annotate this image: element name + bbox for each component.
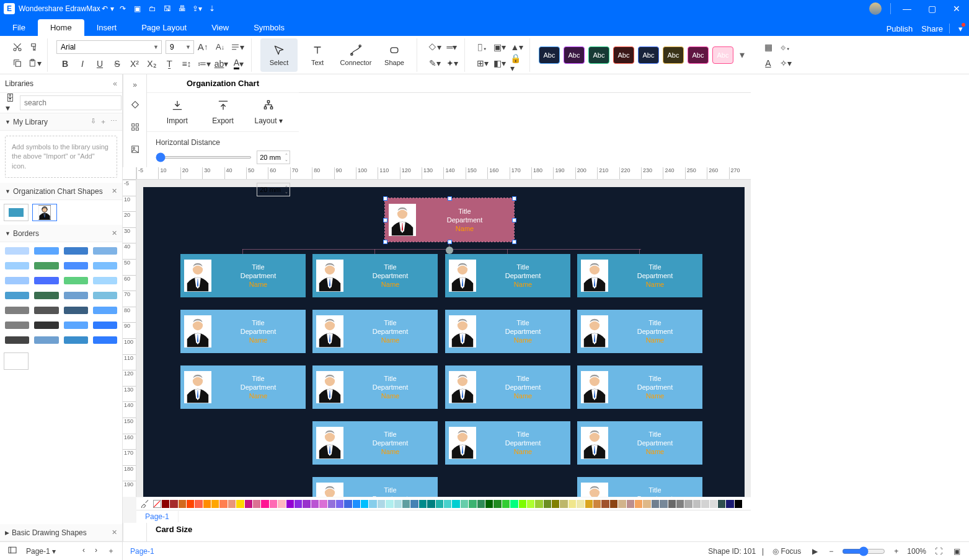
org-shapes-section[interactable]: ▼Organization Chart Shapes ✕ (0, 183, 122, 200)
border-sample[interactable] (5, 262, 29, 269)
add-lib-icon[interactable]: ＋ (100, 117, 107, 126)
underline-icon[interactable]: U (93, 58, 107, 70)
color-swatch[interactable] (436, 500, 443, 508)
org-card[interactable]: TitleDepartmentName (312, 421, 438, 465)
shape-tool[interactable]: Shape (376, 38, 413, 72)
border-sample[interactable] (64, 322, 88, 329)
zoom-out-icon[interactable]: − (826, 547, 836, 556)
border-sample[interactable] (5, 247, 29, 255)
org-card[interactable]: TitleDepartmentName (180, 365, 306, 409)
cut-icon[interactable] (11, 41, 24, 53)
crop-icon[interactable]: ⟐▾ (779, 41, 792, 53)
color-swatch[interactable] (693, 500, 701, 508)
export-button[interactable]: Export (201, 99, 245, 125)
canvas[interactable]: TitleDepartmentNameTitleDepartmentNameTi… (136, 180, 751, 497)
color-swatch[interactable] (179, 500, 186, 508)
border-sample[interactable] (5, 322, 29, 329)
border-sample[interactable] (93, 292, 117, 299)
menu-file[interactable]: File (0, 19, 38, 36)
color-swatch[interactable] (203, 500, 211, 508)
color-swatch[interactable] (593, 500, 601, 508)
color-swatch[interactable] (635, 500, 642, 508)
distribute-icon[interactable]: ⊞▾ (476, 57, 489, 69)
org-card[interactable]: TitleDepartmentName (577, 421, 702, 465)
org-card[interactable]: TitleDepartmentName (445, 421, 570, 465)
org-card[interactable]: TitleDepartmentName (312, 477, 438, 497)
color-swatch[interactable] (444, 500, 451, 508)
color-swatch[interactable] (369, 500, 376, 508)
border-sample[interactable] (64, 292, 88, 299)
color-swatch[interactable] (170, 500, 177, 508)
align-icon[interactable]: ⌷▾ (476, 41, 489, 53)
color-swatch[interactable] (569, 500, 576, 508)
group-icon[interactable]: ▣▾ (493, 41, 507, 53)
strike-icon[interactable]: S (110, 58, 124, 70)
bullets-icon[interactable]: ≔▾ (197, 58, 211, 70)
color-swatch[interactable] (228, 500, 236, 508)
my-library-section[interactable]: ▼My Library ⇩ ＋ ⋯ (0, 113, 122, 131)
color-swatch[interactable] (585, 500, 593, 508)
paragraph-icon[interactable]: ▾ (231, 41, 244, 53)
outline-view-icon[interactable] (5, 545, 20, 557)
color-swatch[interactable] (311, 500, 319, 508)
border-sample[interactable] (34, 336, 58, 344)
style-swatch[interactable]: Abc (588, 46, 609, 64)
close-button[interactable]: ✕ (944, 4, 969, 14)
line-spacing-icon[interactable]: ≡↕ (180, 58, 193, 70)
selection-handle[interactable] (448, 240, 452, 244)
border-sample[interactable] (34, 277, 58, 284)
save-button[interactable]: 🖫 (160, 4, 175, 13)
border-sample[interactable] (93, 336, 117, 344)
close-section-icon[interactable]: ✕ (112, 229, 117, 237)
selection-handle[interactable] (512, 196, 516, 201)
to-front-icon[interactable]: ◧▾ (493, 57, 507, 69)
org-card[interactable]: TitleDepartmentName (180, 254, 306, 297)
font-name-combo[interactable]: Arial▼ (56, 40, 162, 54)
import-button[interactable]: Import (156, 99, 199, 125)
color-swatch[interactable] (519, 500, 526, 508)
color-swatch[interactable] (410, 500, 418, 508)
color-swatch[interactable] (684, 500, 692, 508)
paste-icon[interactable]: ▾ (28, 57, 42, 69)
zoom-slider[interactable] (842, 546, 885, 556)
selection-handle[interactable] (512, 240, 516, 244)
color-swatch[interactable] (552, 500, 559, 508)
library-type-icon[interactable]: 🗄▾ (6, 97, 14, 109)
style-swatch[interactable]: Abc (564, 46, 585, 64)
select-tool[interactable]: Select (260, 38, 298, 72)
org-card[interactable]: TitleDepartmentName (312, 365, 438, 409)
close-section-icon[interactable]: ✕ (112, 187, 117, 195)
color-swatch[interactable] (743, 500, 750, 508)
color-swatch[interactable] (735, 500, 742, 508)
color-swatch[interactable] (502, 500, 510, 508)
style-swatch[interactable]: Abc (638, 46, 659, 64)
color-swatch[interactable] (386, 500, 393, 508)
border-sample[interactable] (93, 322, 117, 329)
border-sample[interactable] (93, 247, 117, 255)
border-sample[interactable] (5, 307, 29, 314)
zoom-in-icon[interactable]: + (892, 547, 901, 556)
format-fill-icon[interactable] (126, 95, 144, 114)
h-dist-field[interactable]: 20 mm (257, 151, 290, 164)
style-swatch[interactable]: Abc (688, 46, 709, 64)
border-sample[interactable] (5, 336, 29, 344)
maximize-button[interactable]: ▢ (919, 4, 944, 14)
no-fill-swatch[interactable] (153, 500, 161, 508)
color-swatch[interactable] (162, 500, 169, 508)
connector-tool[interactable]: Connector (337, 38, 374, 72)
menu-insert[interactable]: Insert (84, 19, 130, 36)
org-card[interactable]: TitleDepartmentName (180, 310, 306, 353)
color-swatch[interactable] (718, 500, 725, 508)
print-button[interactable]: 🖶 (175, 4, 190, 13)
prev-page-icon[interactable]: ‹ (80, 546, 87, 556)
org-card[interactable]: TitleDepartmentName (445, 310, 570, 353)
bold-icon[interactable]: B (58, 58, 72, 70)
copy-icon[interactable] (11, 57, 24, 69)
shape-thumb[interactable] (32, 204, 57, 221)
collapse-libraries-icon[interactable]: « (113, 79, 117, 88)
h-dist-slider[interactable] (156, 156, 252, 159)
shadow-icon[interactable]: ✦▾ (445, 57, 459, 69)
color-swatch[interactable] (361, 500, 368, 508)
color-swatch[interactable] (627, 500, 634, 508)
color-swatch[interactable] (261, 500, 268, 508)
